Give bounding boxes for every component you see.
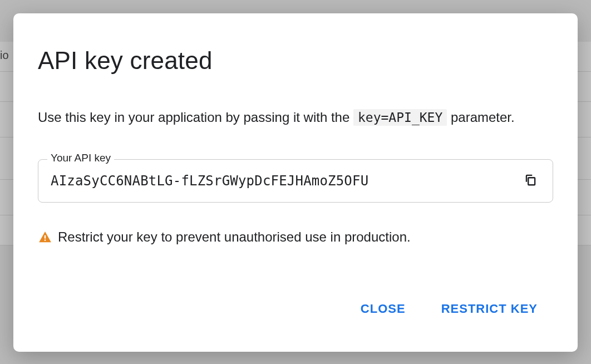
copy-api-key-button[interactable] (520, 171, 540, 191)
warning-icon (38, 230, 52, 244)
api-key-created-dialog: API key created Use this key in your app… (13, 13, 578, 352)
svg-rect-1 (45, 235, 46, 238)
svg-rect-2 (45, 239, 46, 240)
dialog-title: API key created (38, 47, 553, 75)
copy-icon (523, 173, 538, 189)
intro-prefix: Use this key in your application by pass… (38, 110, 353, 125)
warning-text: Restrict your key to prevent unauthorise… (58, 229, 411, 245)
api-key-value[interactable]: AIzaSyCC6NABtLG-fLZSrGWypDcFEJHAmoZ5OFU (51, 173, 520, 189)
dialog-intro-text: Use this key in your application by pass… (38, 108, 553, 127)
dialog-actions: CLOSE RESTRICT KEY (38, 297, 553, 352)
close-button[interactable]: CLOSE (358, 297, 408, 321)
restrict-key-button[interactable]: RESTRICT KEY (439, 297, 540, 321)
intro-code-snippet: key=API_KEY (353, 109, 447, 126)
api-key-field-label: Your API key (47, 152, 114, 164)
api-key-field: Your API key AIzaSyCC6NABtLG-fLZSrGWypDc… (38, 159, 553, 203)
intro-suffix: parameter. (451, 110, 515, 125)
restrict-key-warning: Restrict your key to prevent unauthorise… (38, 229, 553, 245)
svg-rect-0 (528, 178, 535, 185)
